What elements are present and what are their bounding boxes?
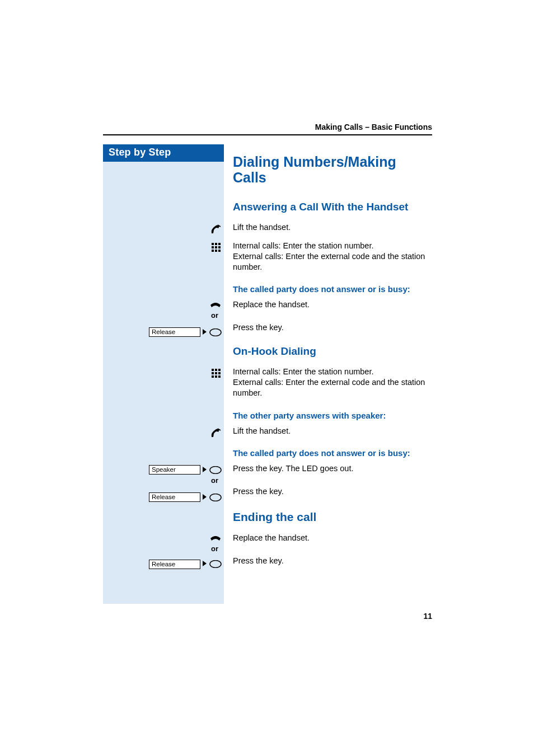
led-indicator-icon [203, 329, 207, 336]
lift-handset-icon [103, 427, 222, 439]
oval-key-icon [209, 328, 222, 336]
led-indicator-icon [203, 467, 207, 473]
section-title: Dialing Numbers/Making Calls [233, 144, 430, 196]
internal-external-text: Internal calls: Enter the station number… [233, 241, 430, 280]
replace-handset-text-2: Replace the handset. [233, 533, 430, 556]
release-key-row: Release [103, 560, 222, 569]
press-key-led-text: Press the key. The LED goes out. [233, 463, 430, 486]
speaker-key-row: Speaker [103, 465, 222, 475]
release-key-row: Release [103, 327, 222, 337]
release-key-label: Release [149, 492, 200, 502]
or-label: or [211, 476, 222, 485]
lift-handset-text: Lift the handset. [233, 222, 430, 241]
led-indicator-icon [203, 494, 207, 501]
onhook-heading: On-Hook Dialing [233, 343, 430, 367]
speaker-key-label: Speaker [149, 465, 200, 475]
replace-handset-text: Replace the handset. [233, 299, 430, 322]
lift-handset-icon [103, 223, 222, 236]
or-label: or [211, 545, 222, 553]
release-key-label: Release [149, 560, 200, 569]
no-answer-heading: The called party does not answer or is b… [233, 280, 430, 299]
answering-heading: Answering a Call With the Handset [233, 196, 430, 222]
keypad-icon [103, 242, 222, 253]
led-indicator-icon [203, 561, 207, 567]
press-key-text: Press the key. [233, 322, 430, 343]
oval-key-icon [209, 494, 222, 501]
press-key-text-2: Press the key. [233, 486, 430, 509]
content-area: Dialing Numbers/Making Calls Answering a… [103, 144, 432, 574]
lift-handset-text-2: Lift the handset. [233, 426, 430, 444]
release-key-label: Release [149, 327, 200, 337]
running-header: Making Calls – Basic Functions [315, 123, 432, 132]
ending-heading: Ending the call [233, 509, 430, 533]
no-answer-heading-2: The called party does not answer or is b… [233, 444, 430, 463]
hangup-icon [103, 300, 222, 308]
keypad-icon [103, 368, 222, 379]
press-key-text-3: Press the key. [233, 556, 430, 574]
hangup-icon [103, 534, 222, 542]
other-party-heading: The other party answers with speaker: [233, 406, 430, 426]
header-rule [103, 134, 432, 135]
or-label: or [211, 312, 222, 320]
internal-external-text-2: Internal calls: Enter the station number… [233, 367, 430, 406]
oval-key-icon [209, 466, 222, 474]
oval-key-icon [209, 560, 222, 568]
page-number: 11 [423, 612, 432, 621]
release-key-row: Release [103, 492, 222, 502]
